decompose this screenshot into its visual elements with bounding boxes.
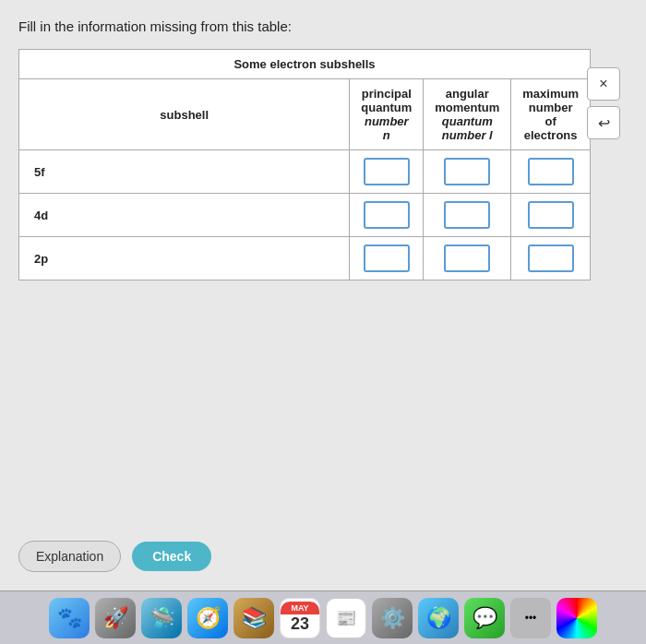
dock-messages[interactable]: 💬	[464, 598, 505, 638]
table-row: 2p	[19, 237, 591, 280]
dock-bar: 🐾 🚀 🛸 🧭 📚 MAY 23 📰 ⚙️ 🌍 💬 •••	[0, 590, 646, 644]
input-5f-l[interactable]	[444, 158, 490, 185]
check-button[interactable]: Check	[132, 542, 211, 571]
dock-safari[interactable]: 🧭	[187, 598, 228, 638]
dock-rocket[interactable]: 🛸	[141, 598, 182, 638]
col-header-subshell: subshell	[19, 79, 350, 150]
input-2p-n[interactable]	[364, 244, 410, 272]
dock-calendar[interactable]: MAY 23	[280, 598, 320, 638]
table-caption: Some electron subshells	[19, 50, 591, 79]
input-cell-4d-l	[424, 194, 511, 237]
subshell-label-4d: 4d	[19, 194, 350, 237]
table-row: 5f	[19, 150, 591, 194]
input-cell-5f-l	[424, 150, 511, 194]
action-buttons: × ↩	[587, 67, 620, 139]
input-cell-4d-max	[511, 194, 591, 237]
subshell-label-5f: 5f	[19, 150, 350, 194]
dock-news[interactable]: 📰	[326, 598, 366, 638]
input-cell-5f-max	[511, 150, 591, 194]
bottom-buttons: Explanation Check	[18, 541, 211, 572]
dock-earth[interactable]: 🌍	[418, 598, 459, 638]
table-row: 4d	[19, 194, 591, 237]
input-cell-2p-max	[511, 237, 591, 280]
col-header-n: principal quantum number n	[350, 79, 424, 150]
input-cell-2p-n	[350, 237, 424, 280]
dock-finder[interactable]: 🐾	[49, 598, 90, 638]
input-4d-l[interactable]	[444, 201, 490, 229]
dock-launchpad[interactable]: 🚀	[95, 598, 136, 638]
input-cell-2p-l	[424, 237, 511, 280]
dock-settings[interactable]: ⚙️	[372, 598, 413, 638]
input-5f-max[interactable]	[528, 158, 574, 185]
input-cell-5f-n	[350, 150, 424, 194]
col-header-max: maximum number of electrons	[511, 79, 591, 150]
close-button[interactable]: ×	[587, 67, 620, 101]
input-2p-max[interactable]	[528, 244, 574, 272]
input-5f-n[interactable]	[364, 158, 410, 185]
instruction-text: Fill in the information missing from thi…	[18, 18, 628, 34]
col-header-l: angular momentum quantum number l	[424, 79, 511, 150]
dock-dots[interactable]: •••	[510, 598, 551, 638]
dock-photos[interactable]	[556, 598, 597, 638]
explanation-button[interactable]: Explanation	[18, 541, 121, 572]
dock-books[interactable]: 📚	[233, 598, 274, 638]
input-4d-max[interactable]	[528, 201, 574, 229]
undo-button[interactable]: ↩	[587, 106, 620, 139]
main-content: Fill in the information missing from thi…	[0, 0, 646, 590]
subshell-label-2p: 2p	[19, 237, 350, 280]
input-2p-l[interactable]	[444, 244, 490, 272]
electron-table: Some electron subshells subshell princip…	[18, 49, 591, 280]
input-cell-4d-n	[350, 194, 424, 237]
input-4d-n[interactable]	[364, 201, 410, 229]
table-wrapper: Some electron subshells subshell princip…	[18, 49, 628, 280]
